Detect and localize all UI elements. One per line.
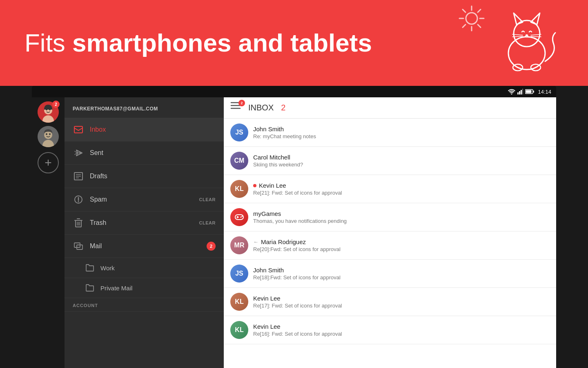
nav-work[interactable]: Work — [65, 258, 224, 278]
email-content: Kevin LeeRe[21]: Fwd: Set of icons for a… — [253, 182, 550, 196]
email-item[interactable]: JSJohn SmithRe[18]:Fwd: Set of icons for… — [224, 260, 556, 288]
email-content: Carol MitchellSkiing this weekend? — [253, 154, 550, 168]
inbox-icon — [73, 124, 84, 135]
status-bar: 14:14 — [32, 86, 556, 97]
svg-rect-22 — [521, 90, 522, 94]
nav-sent-label: Sent — [90, 149, 216, 157]
svg-rect-37 — [74, 126, 82, 133]
email-avatar: KL — [230, 180, 248, 198]
svg-point-45 — [78, 201, 79, 202]
email-sender-name: myGames — [253, 210, 550, 217]
email-item[interactable]: MR←Maria RodriguezRe[20]:Fwd: Set of ico… — [224, 231, 556, 260]
svg-point-36 — [49, 133, 51, 135]
email-pane: 2 INBOX 2 JSJohn SmithRe: myChat meeting… — [224, 97, 556, 368]
banner-light-text: Fits — [24, 29, 72, 57]
email-sender-name: Kevin Lee — [253, 323, 550, 330]
svg-rect-20 — [517, 92, 519, 94]
cat-illustration — [490, 4, 564, 78]
avatar-rail: 2 + — [32, 97, 65, 368]
email-list: JSJohn SmithRe: myChat meeting notesCMCa… — [224, 119, 556, 368]
account-header: PARKERTHOMAS87@GMAIL.COM — [65, 97, 224, 118]
nav-spam-label: Spam — [90, 196, 199, 203]
sun-decoration — [457, 4, 486, 33]
top-banner: Fits smartphones and tablets — [0, 0, 588, 86]
email-preview: Re[20]:Fwd: Set of icons for approval — [253, 246, 550, 252]
banner-title: Fits smartphones and tablets — [24, 28, 372, 58]
email-avatar — [230, 208, 248, 226]
svg-point-60 — [242, 216, 243, 217]
email-item[interactable]: CMCarol MitchellSkiing this weekend? — [224, 147, 556, 175]
avatar-badge-1: 2 — [52, 101, 60, 108]
account-email: PARKERTHOMAS87@GMAIL.COM — [73, 106, 158, 112]
secondary-account-avatar[interactable] — [38, 126, 59, 147]
email-item[interactable]: KLKevin LeeRe[21]: Fwd: Set of icons for… — [224, 175, 556, 203]
email-sender-name: Kevin Lee — [253, 182, 550, 189]
nav-drafts[interactable]: Drafts — [65, 165, 224, 188]
email-content: John SmithRe[18]:Fwd: Set of icons for a… — [253, 267, 550, 280]
nav-sidebar: PARKERTHOMAS87@GMAIL.COM Inbox — [65, 97, 224, 368]
private-mail-folder-icon — [85, 283, 95, 293]
email-preview: Thomas, you have notifications pending — [253, 218, 550, 224]
email-content: ←Maria RodriguezRe[20]:Fwd: Set of icons… — [253, 238, 550, 252]
svg-line-6 — [478, 9, 481, 12]
svg-line-17 — [531, 36, 541, 37]
signal-icon — [517, 89, 523, 94]
nav-private-mail-label: Private Mail — [100, 285, 132, 292]
email-content: Kevin LeeRe[17]: Fwd: Set of icons for a… — [253, 295, 550, 309]
status-icons: 14:14 — [508, 89, 551, 95]
drafts-icon — [73, 171, 84, 182]
email-avatar: MR — [230, 236, 248, 254]
svg-rect-25 — [526, 90, 532, 93]
nav-sent[interactable]: Sent — [65, 141, 224, 165]
svg-point-13 — [526, 34, 528, 36]
svg-point-59 — [241, 217, 242, 218]
primary-account-avatar[interactable]: 2 — [38, 101, 59, 123]
svg-line-4 — [463, 9, 466, 12]
status-time: 14:14 — [538, 89, 551, 95]
email-item[interactable]: JSJohn SmithRe: myChat meeting notes — [224, 119, 556, 147]
email-item[interactable]: KLKevin LeeRe[16]: Fwd: Set of icons for… — [224, 316, 556, 344]
email-item[interactable]: myGamesThomas, you have notifications pe… — [224, 203, 556, 231]
nav-private-mail[interactable]: Private Mail — [65, 278, 224, 298]
mail-icon — [73, 240, 84, 252]
svg-line-15 — [512, 36, 523, 37]
svg-point-35 — [46, 133, 47, 135]
email-content: John SmithRe: myChat meeting notes — [253, 126, 550, 139]
spam-icon — [73, 194, 84, 205]
nav-drafts-label: Drafts — [90, 173, 216, 180]
reply-icon: ← — [253, 239, 258, 245]
nav-inbox[interactable]: Inbox — [65, 118, 224, 141]
add-account-button[interactable]: + — [38, 152, 59, 173]
nav-mail[interactable]: Mail 2 — [65, 235, 224, 258]
email-sender-name: John Smith — [253, 267, 550, 274]
nav-inbox-label: Inbox — [90, 126, 216, 133]
spam-clear-button[interactable]: CLEAR — [199, 197, 216, 202]
email-preview: Re[21]: Fwd: Set of icons for approval — [253, 190, 550, 196]
email-item[interactable]: KLKevin LeeRe[17]: Fwd: Set of icons for… — [224, 288, 556, 316]
nav-spam[interactable]: Spam CLEAR — [65, 188, 224, 211]
email-preview: Skiing this weekend? — [253, 162, 550, 168]
email-header: 2 INBOX 2 — [224, 97, 556, 119]
email-preview: Re[18]:Fwd: Set of icons for approval — [253, 274, 550, 280]
inbox-title: INBOX — [248, 103, 274, 112]
svg-point-9 — [508, 37, 545, 70]
email-avatar: KL — [230, 293, 248, 311]
email-content: myGamesThomas, you have notifications pe… — [253, 210, 550, 224]
mail-badge: 2 — [207, 242, 216, 251]
banner-bold-text: smartphones and tablets — [72, 29, 372, 57]
email-preview: Re[16]: Fwd: Set of icons for approval — [253, 331, 550, 337]
nav-trash[interactable]: Trash CLEAR — [65, 211, 224, 235]
battery-icon — [525, 89, 534, 94]
svg-line-5 — [478, 25, 481, 27]
svg-line-7 — [463, 25, 466, 27]
email-sender-name: John Smith — [253, 126, 550, 132]
email-avatar: JS — [230, 265, 248, 283]
plus-icon: + — [45, 157, 52, 169]
nav-mail-label: Mail — [90, 242, 207, 250]
email-preview: Re: myChat meeting notes — [253, 133, 550, 139]
email-sender-name: Kevin Lee — [253, 295, 550, 302]
trash-icon — [73, 217, 84, 229]
trash-clear-button[interactable]: CLEAR — [199, 220, 216, 225]
work-folder-icon — [85, 263, 95, 273]
email-sender-name: Carol Mitchell — [253, 154, 550, 161]
